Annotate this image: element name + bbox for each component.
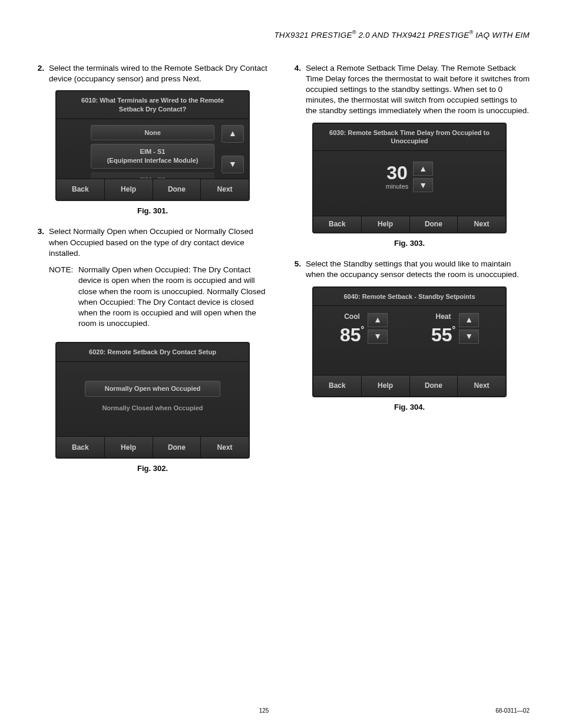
option-eim-s1[interactable]: EIM - S1 (Equipment Interface Module) xyxy=(91,144,214,169)
done-button[interactable]: Done xyxy=(410,375,458,396)
option-normally-open[interactable]: Normally Open when Occupied xyxy=(85,381,220,397)
fig-302-caption: Fig. 302. xyxy=(32,463,273,474)
cool-setpoint: Cool 85° ▲ ▼ xyxy=(340,312,388,344)
heat-arrows: ▲ ▼ xyxy=(459,313,479,344)
option-eim-s2[interactable]: EIM - S2 (Equipment Interface Module) xyxy=(91,172,214,179)
step-4: 4. Select a Remote Setback Time Delay. T… xyxy=(289,63,530,117)
step-3: 3. Select Normally Open when Occupied or… xyxy=(32,226,273,259)
cool-value: 85° xyxy=(340,325,364,344)
fig-304-screen: 6040: Remote Setback - Standby Setpoints… xyxy=(312,286,507,397)
degree-icon: ° xyxy=(452,325,455,334)
back-button[interactable]: Back xyxy=(57,179,105,200)
header-tail: IAQ WITH EIM xyxy=(473,31,530,39)
option-normally-closed[interactable]: Normally Closed when Occupied xyxy=(85,400,220,416)
right-column: 4. Select a Remote Setback Time Delay. T… xyxy=(289,63,530,485)
degree-icon: ° xyxy=(361,325,364,334)
back-button[interactable]: Back xyxy=(57,437,105,457)
done-button[interactable]: Done xyxy=(153,179,201,200)
fig-304-caption: Fig. 304. xyxy=(289,402,530,413)
option-none[interactable]: None xyxy=(91,125,214,141)
next-button[interactable]: Next xyxy=(201,437,249,457)
option-eim-s1-line2: (Equipment Interface Module) xyxy=(94,156,211,165)
step-2-marker: 2. xyxy=(32,63,49,84)
heat-label: Heat xyxy=(431,312,455,321)
option-eim-s1-line1: EIM - S1 xyxy=(94,147,211,156)
cool-arrows: ▲ ▼ xyxy=(368,313,388,344)
heat-value: 55° xyxy=(431,325,455,344)
step-3-marker: 3. xyxy=(32,226,49,259)
columns: 2. Select the terminals wired to the Rem… xyxy=(32,63,530,485)
step-3-text: Select Normally Open when Occupied or No… xyxy=(49,226,273,259)
fig-302-footbar: Back Help Done Next xyxy=(57,436,249,457)
heat-setpoint: Heat 55° ▲ ▼ xyxy=(431,312,479,344)
fig-303-screen: 6030: Remote Setback Time Delay from Occ… xyxy=(312,123,507,233)
cool-label: Cool xyxy=(340,312,364,321)
help-button[interactable]: Help xyxy=(362,375,410,396)
note: NOTE: Normally Open when Occupied: The D… xyxy=(49,265,273,329)
fig-302-content: Normally Open when Occupied Normally Clo… xyxy=(57,362,249,436)
arrow-down-icon[interactable]: ▼ xyxy=(413,178,433,192)
next-button[interactable]: Next xyxy=(458,375,505,396)
scroll-arrows: ▲ ▼ xyxy=(222,125,244,173)
running-header: THX9321 PRESTIGE® 2.0 AND THX9421 PRESTI… xyxy=(32,29,530,39)
time-delay-arrows: ▲ ▼ xyxy=(413,162,433,192)
header-model1: THX9321 PRESTIGE xyxy=(274,31,352,39)
footer: 125 68-0311—02 xyxy=(0,707,562,714)
fig-301-title: 6010: What Terminals are Wired to the Re… xyxy=(57,91,249,119)
done-button[interactable]: Done xyxy=(153,437,201,457)
fig-302-screen: 6020: Remote Setback Dry Contact Setup N… xyxy=(55,342,250,459)
arrow-up-icon[interactable]: ▲ xyxy=(222,125,244,143)
help-button[interactable]: Help xyxy=(105,179,153,200)
cool-number: 85 xyxy=(340,324,361,345)
arrow-up-icon[interactable]: ▲ xyxy=(413,162,433,176)
left-column: 2. Select the terminals wired to the Rem… xyxy=(32,63,273,485)
fig-301-footbar: Back Help Done Next xyxy=(57,179,249,200)
arrow-down-icon[interactable]: ▼ xyxy=(222,156,244,173)
fig-304-title: 6040: Remote Setback - Standby Setpoints xyxy=(313,288,505,307)
next-button[interactable]: Next xyxy=(201,179,249,200)
fig-303-footbar: Back Help Done Next xyxy=(313,216,505,232)
help-button[interactable]: Help xyxy=(362,216,410,232)
fig-301-screen: 6010: What Terminals are Wired to the Re… xyxy=(55,90,250,201)
fig-304-content: Cool 85° ▲ ▼ Heat 55° xyxy=(313,306,505,374)
arrow-up-icon[interactable]: ▲ xyxy=(459,313,479,327)
time-delay-readout: 30 minutes xyxy=(386,163,409,191)
time-delay-value: 30 xyxy=(386,163,409,182)
doc-number: 68-0311—02 xyxy=(495,707,530,714)
step-2: 2. Select the terminals wired to the Rem… xyxy=(32,63,273,84)
fig-303-caption: Fig. 303. xyxy=(289,238,530,249)
fig-302-title: 6020: Remote Setback Dry Contact Setup xyxy=(57,343,249,362)
step-4-marker: 4. xyxy=(289,63,306,117)
page-number: 125 xyxy=(32,707,495,714)
arrow-up-icon[interactable]: ▲ xyxy=(368,313,388,327)
step-5-marker: 5. xyxy=(289,259,306,280)
fig-303-title: 6030: Remote Setback Time Delay from Occ… xyxy=(313,124,505,151)
time-delay-unit: minutes xyxy=(386,182,409,191)
page: THX9321 PRESTIGE® 2.0 AND THX9421 PRESTI… xyxy=(0,0,562,502)
fig-301-caption: Fig. 301. xyxy=(32,206,273,216)
heat-number: 55 xyxy=(431,324,452,345)
done-button[interactable]: Done xyxy=(410,216,458,232)
note-label: NOTE: xyxy=(49,265,78,329)
option-eim-s2-line1: EIM - S2 xyxy=(94,176,211,179)
header-mid: 2.0 AND THX9421 PRESTIGE xyxy=(356,31,469,39)
note-text: Normally Open when Occupied: The Dry Con… xyxy=(78,265,273,329)
step-4-text: Select a Remote Setback Time Delay. The … xyxy=(306,63,530,117)
setpoints: Cool 85° ▲ ▼ Heat 55° xyxy=(313,306,505,352)
arrow-down-icon[interactable]: ▼ xyxy=(368,330,388,344)
step-5: 5. Select the Standby settings that you … xyxy=(289,259,530,280)
fig-303-content: 30 minutes ▲ ▼ xyxy=(313,151,505,216)
step-2-text: Select the terminals wired to the Remote… xyxy=(49,63,273,84)
fig-304-footbar: Back Help Done Next xyxy=(313,375,505,396)
back-button[interactable]: Back xyxy=(313,216,362,232)
fig-301-content: None EIM - S1 (Equipment Interface Modul… xyxy=(57,119,249,179)
next-button[interactable]: Next xyxy=(458,216,505,232)
step-5-text: Select the Standby settings that you wou… xyxy=(306,259,530,280)
help-button[interactable]: Help xyxy=(105,437,153,457)
time-delay-control: 30 minutes ▲ ▼ xyxy=(313,151,505,203)
arrow-down-icon[interactable]: ▼ xyxy=(459,330,479,344)
back-button[interactable]: Back xyxy=(313,375,362,396)
